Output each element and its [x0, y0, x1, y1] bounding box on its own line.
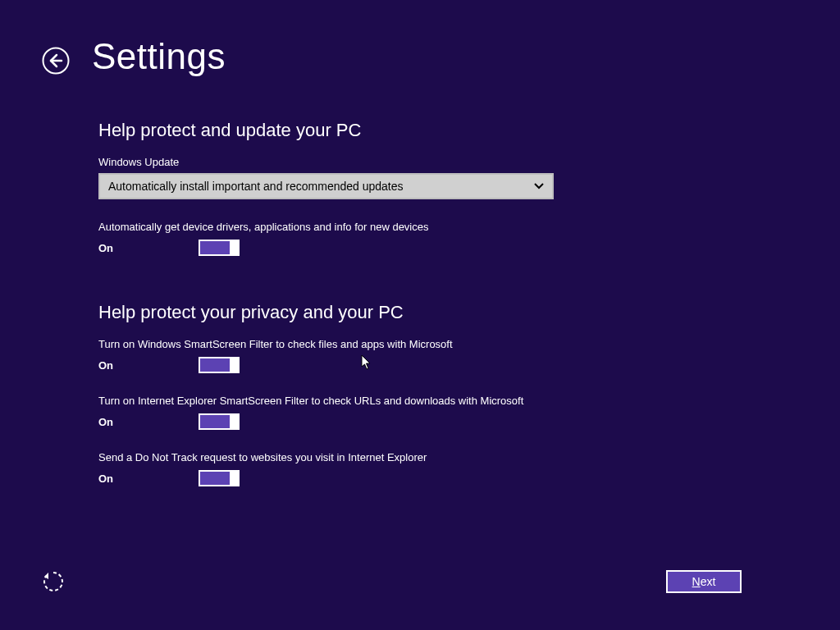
toggle-device-drivers: Automatically get device drivers, applic…: [98, 221, 738, 256]
toggle-state-label: On: [98, 359, 199, 372]
toggle-line: On: [98, 413, 738, 430]
next-button-underline: N: [692, 575, 701, 588]
section-heading-protect-update: Help protect and update your PC: [98, 120, 738, 141]
toggle-switch-smartscreen-urls[interactable]: [199, 413, 240, 430]
toggle-desc: Send a Do Not Track request to websites …: [98, 451, 738, 463]
chevron-down-icon: [534, 180, 544, 192]
toggle-state-label: On: [98, 242, 199, 254]
windows-update-dropdown[interactable]: Automatically install important and reco…: [98, 173, 554, 199]
toggle-switch-device-drivers[interactable]: [199, 240, 240, 256]
toggle-state-label: On: [98, 472, 199, 485]
toggle-desc: Automatically get device drivers, applic…: [98, 221, 738, 233]
toggle-smartscreen-urls: Turn on Internet Explorer SmartScreen Fi…: [98, 395, 738, 430]
toggle-smartscreen-files: Turn on Windows SmartScreen Filter to ch…: [98, 338, 738, 373]
dropdown-value: Automatically install important and reco…: [108, 180, 404, 193]
ease-of-access-icon: [41, 569, 66, 594]
toggle-knob: [230, 240, 240, 256]
settings-page: Settings Help protect and update your PC…: [0, 0, 840, 630]
toggle-knob: [230, 413, 240, 430]
toggle-line: On: [98, 357, 738, 373]
toggle-switch-do-not-track[interactable]: [199, 470, 240, 486]
toggle-line: On: [98, 470, 738, 486]
section-heading-privacy: Help protect your privacy and your PC: [98, 302, 738, 323]
header: Settings: [41, 36, 226, 77]
toggle-knob: [230, 470, 240, 486]
toggle-desc: Turn on Windows SmartScreen Filter to ch…: [98, 338, 738, 350]
toggle-desc: Turn on Internet Explorer SmartScreen Fi…: [98, 395, 738, 407]
footer: Next: [41, 569, 742, 594]
next-button[interactable]: Next: [666, 570, 742, 593]
page-title: Settings: [92, 36, 226, 77]
back-arrow-icon: [42, 47, 70, 75]
ease-of-access-button[interactable]: [41, 569, 66, 594]
back-button[interactable]: [41, 46, 71, 75]
toggle-line: On: [98, 240, 738, 256]
toggle-do-not-track: Send a Do Not Track request to websites …: [98, 451, 738, 486]
toggle-switch-smartscreen-files[interactable]: [199, 357, 240, 373]
windows-update-label: Windows Update: [98, 156, 738, 168]
content: Help protect and update your PC Windows …: [98, 115, 738, 508]
toggle-state-label: On: [98, 416, 199, 428]
next-button-rest: ext: [701, 575, 716, 588]
toggle-knob: [230, 357, 240, 373]
